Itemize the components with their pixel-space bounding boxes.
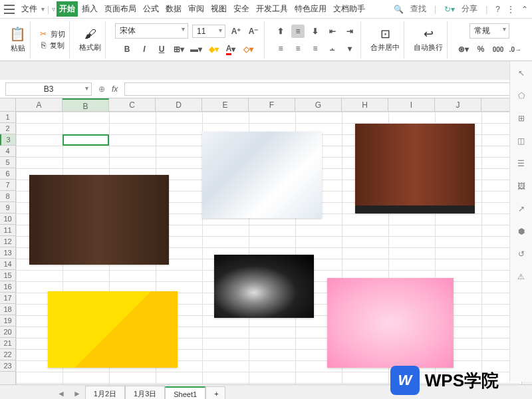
history-icon[interactable]: ↺ xyxy=(515,247,528,261)
image-icon[interactable]: 🖼 xyxy=(515,180,528,193)
col-E[interactable]: E xyxy=(202,98,249,111)
name-box[interactable]: B3 xyxy=(5,82,92,96)
fill-color-button[interactable]: ◆▾ xyxy=(207,43,220,56)
row-9[interactable]: 9 xyxy=(0,202,15,213)
format-painter-icon[interactable]: 🖌 xyxy=(84,27,96,41)
clear-format-button[interactable]: ◇▾ xyxy=(241,43,255,56)
col-C[interactable]: C xyxy=(109,98,156,111)
indent-increase-icon[interactable]: ⇥ xyxy=(343,25,356,38)
font-color-button[interactable]: A▾ xyxy=(224,43,237,56)
tab-insert[interactable]: 插入 xyxy=(79,1,100,17)
orientation-icon[interactable]: ▾ xyxy=(343,42,356,55)
col-H[interactable]: H xyxy=(342,98,388,111)
share-button[interactable]: 分享 xyxy=(462,3,477,15)
currency-icon[interactable]: ⊛▾ xyxy=(457,43,470,56)
distribute-icon[interactable]: ⫠ xyxy=(326,42,339,55)
col-G[interactable]: G xyxy=(295,98,342,111)
tab-nav-prev[interactable]: ◄ xyxy=(53,389,69,398)
row-19[interactable]: 19 xyxy=(0,315,15,327)
wrap-icon[interactable]: ↩ xyxy=(424,27,434,41)
expand-icon[interactable]: ⌃ xyxy=(521,5,528,14)
align-middle-icon[interactable]: ≡ xyxy=(291,25,305,38)
align-right-icon[interactable]: ≡ xyxy=(309,42,322,55)
bold-button[interactable]: B xyxy=(120,43,134,56)
tab-dev[interactable]: 开发工具 xyxy=(253,1,291,17)
tab-special[interactable]: 特色应用 xyxy=(292,1,329,17)
cube-icon[interactable]: ⬢ xyxy=(515,225,528,238)
thousands-icon[interactable]: 000 xyxy=(491,43,505,56)
row-1[interactable]: 1 xyxy=(0,112,15,123)
align-bottom-icon[interactable]: ⬇ xyxy=(309,25,322,38)
add-sheet-button[interactable]: + xyxy=(205,386,225,399)
fx-icon[interactable]: fx xyxy=(112,84,118,94)
row-7[interactable]: 7 xyxy=(0,180,15,191)
shape-icon[interactable]: ⬠ xyxy=(515,89,528,102)
underline-button[interactable]: U xyxy=(155,43,168,56)
row-18[interactable]: 18 xyxy=(0,304,15,315)
sheet-tab-2[interactable]: 1月3日 xyxy=(125,386,165,400)
embedded-image-silk[interactable] xyxy=(202,132,322,218)
tab-home[interactable]: 开始 xyxy=(57,1,78,17)
row-17[interactable]: 17 xyxy=(0,293,15,304)
row-12[interactable]: 12 xyxy=(0,236,15,247)
row-2[interactable]: 2 xyxy=(0,123,15,134)
col-I[interactable]: I xyxy=(388,98,435,111)
row-3[interactable]: 3 xyxy=(0,134,15,146)
decrease-font-icon[interactable]: A⁻ xyxy=(247,25,260,38)
col-D[interactable]: D xyxy=(156,98,202,111)
row-15[interactable]: 15 xyxy=(0,270,15,281)
properties-icon[interactable]: ☰ xyxy=(515,157,528,170)
align-left-icon[interactable]: ≡ xyxy=(274,42,287,55)
tab-nav-next[interactable]: ► xyxy=(69,389,85,398)
paste-icon[interactable]: 📋 xyxy=(9,26,26,42)
col-A[interactable]: A xyxy=(16,98,63,111)
align-top-icon[interactable]: ⬆ xyxy=(274,25,287,38)
tab-view[interactable]: 视图 xyxy=(208,1,229,17)
border-button[interactable]: ⊞▾ xyxy=(172,43,186,56)
find-label[interactable]: 查找 xyxy=(410,3,426,15)
row-21[interactable]: 21 xyxy=(0,338,15,349)
tab-formula[interactable]: 公式 xyxy=(140,1,162,17)
sheet-tab-3[interactable]: Sheet1 xyxy=(165,386,205,400)
cells-area[interactable] xyxy=(16,112,520,384)
row-11[interactable]: 11 xyxy=(0,225,15,236)
merge-icon[interactable]: ⊡ xyxy=(380,27,390,41)
font-select[interactable]: 宋体 xyxy=(115,23,188,39)
sync-icon[interactable]: ↻▾ xyxy=(444,5,455,14)
row-10[interactable]: 10 xyxy=(0,213,15,225)
row-13[interactable]: 13 xyxy=(0,247,15,259)
sheet-tab-1[interactable]: 1月2日 xyxy=(85,386,125,400)
row-20[interactable]: 20 xyxy=(0,327,15,338)
help-icon[interactable]: ? xyxy=(495,5,500,14)
increase-font-icon[interactable]: A⁺ xyxy=(229,25,243,38)
select-all-corner[interactable] xyxy=(0,98,16,112)
embedded-image-pink[interactable] xyxy=(327,278,454,368)
warning-icon[interactable]: ⚠ xyxy=(515,270,528,283)
row-14[interactable]: 14 xyxy=(0,259,15,270)
embedded-image-wood-dark[interactable] xyxy=(29,175,169,265)
tab-layout[interactable]: 页面布局 xyxy=(102,1,139,17)
percent-icon[interactable]: % xyxy=(474,43,487,56)
decimal-inc-icon[interactable]: .0→ xyxy=(509,43,522,56)
copy-icon[interactable]: ⎘ xyxy=(41,41,46,50)
row-6[interactable]: 6 xyxy=(0,168,15,180)
row-4[interactable]: 4 xyxy=(0,146,15,157)
col-F[interactable]: F xyxy=(249,98,295,111)
row-16[interactable]: 16 xyxy=(0,281,15,293)
col-J[interactable]: J xyxy=(435,98,481,111)
hamburger-icon[interactable] xyxy=(4,5,15,14)
search-icon[interactable]: 🔍 xyxy=(394,5,404,14)
row-8[interactable]: 8 xyxy=(0,191,15,202)
share-icon[interactable]: ↗ xyxy=(515,202,528,215)
embedded-image-yellow[interactable] xyxy=(48,291,178,368)
row-5[interactable]: 5 xyxy=(0,157,15,168)
cancel-fx-icon[interactable]: ⊕ xyxy=(98,84,105,94)
col-B[interactable]: B xyxy=(63,98,109,111)
align-center-icon[interactable]: ≡ xyxy=(291,42,305,55)
tab-helper[interactable]: 文档助手 xyxy=(331,1,368,17)
italic-button[interactable]: I xyxy=(138,43,151,56)
formula-bar[interactable] xyxy=(124,82,527,96)
file-menu[interactable]: 文件 xyxy=(19,2,40,16)
more-icon[interactable]: ⋮ xyxy=(507,5,515,14)
cut-icon[interactable]: ✂ xyxy=(40,29,47,39)
